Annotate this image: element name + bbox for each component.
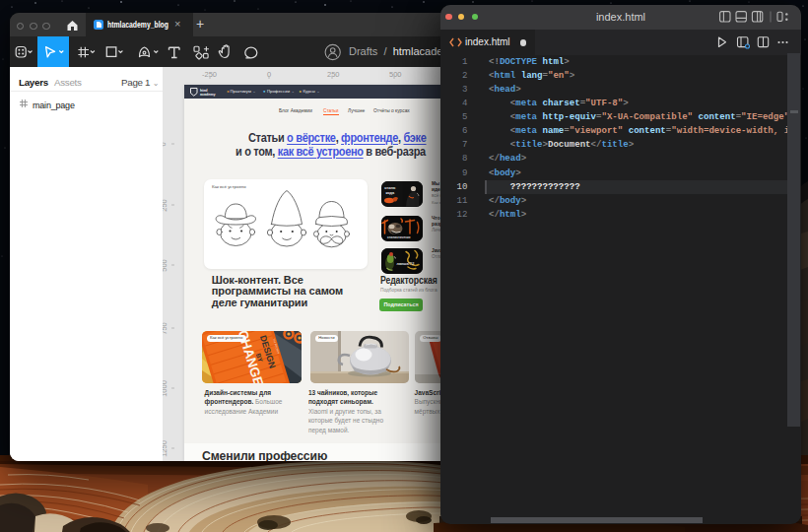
svg-text:стилистически: стилистически [387, 235, 411, 239]
svg-text:лапша!?2: лапша!?2 [397, 262, 415, 266]
svg-text:academy: academy [200, 93, 215, 97]
svg-text:кода: кода [385, 191, 395, 195]
svg-text:стиль: стиль [384, 186, 396, 190]
